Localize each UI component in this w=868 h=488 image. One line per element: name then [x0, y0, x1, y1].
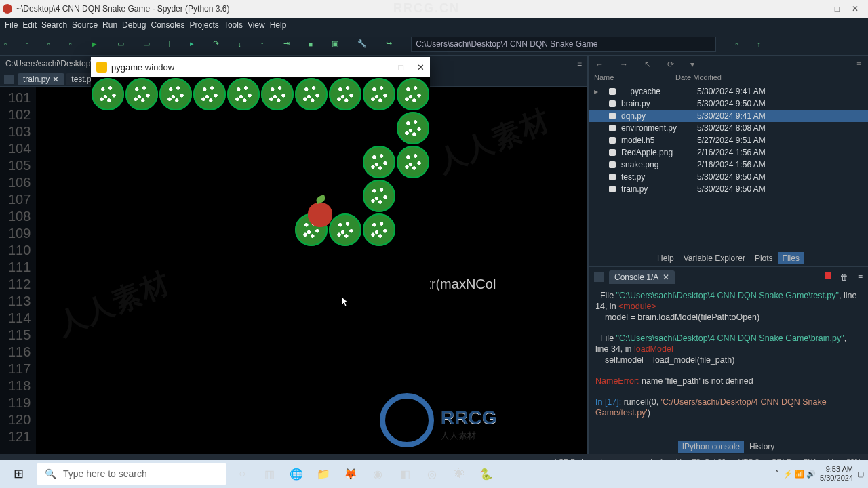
- pygame-close[interactable]: ✕: [417, 62, 425, 73]
- snake-segment: [397, 146, 429, 178]
- pygame-min[interactable]: —: [376, 62, 384, 73]
- file-row[interactable]: dqn.py5/30/2024 9:41 AM: [589, 110, 868, 122]
- line-number: 110: [8, 242, 31, 259]
- toolbar-runline-icon[interactable]: I: [169, 40, 171, 48]
- notifications-icon[interactable]: ▢: [857, 470, 864, 479]
- line-number: 116: [8, 344, 31, 361]
- line-number: 109: [8, 225, 31, 242]
- pane-tab-variable-explorer[interactable]: Variable Explorer: [679, 252, 749, 264]
- window-minimize[interactable]: —: [814, 4, 823, 14]
- snake-segment: [363, 146, 395, 178]
- snake-segment: [193, 78, 226, 110]
- file-icon: [609, 186, 616, 192]
- toolbar-save-icon[interactable]: ▫: [47, 40, 50, 48]
- fx-col-date[interactable]: Date Modified: [675, 73, 722, 85]
- pygame-title-text: pygame window: [111, 62, 174, 73]
- menu-run[interactable]: Run: [100, 20, 119, 30]
- menu-search[interactable]: Search: [39, 20, 69, 30]
- toolbar-browse-icon[interactable]: ▫: [735, 40, 738, 48]
- file-row[interactable]: ▸ __pycache__5/30/2024 9:41 AM: [589, 85, 868, 98]
- toolbar-run-icon[interactable]: ►: [91, 40, 98, 48]
- console-bottom-tab-history[interactable]: History: [745, 441, 778, 453]
- start-button[interactable]: ⊞: [4, 462, 33, 486]
- task-chrome-icon[interactable]: ◉: [366, 462, 389, 485]
- task-taskview-icon[interactable]: ▥: [258, 462, 281, 485]
- file-row[interactable]: snake.png2/16/2024 1:56 AM: [589, 159, 868, 171]
- console-output[interactable]: File "C:\Users\sachi\Desktop\4 CNN DQN S…: [589, 287, 868, 439]
- tab-close-icon[interactable]: ✕: [52, 75, 59, 84]
- fx-fwd-icon[interactable]: →: [620, 60, 628, 69]
- line-number: 102: [8, 106, 31, 123]
- console-tab-close[interactable]: ✕: [663, 272, 669, 282]
- menu-consoles[interactable]: Consoles: [149, 20, 186, 30]
- toolbar-maximize-icon[interactable]: ▣: [332, 39, 338, 48]
- fx-refresh-icon[interactable]: ⟳: [667, 60, 674, 69]
- pygame-max[interactable]: □: [398, 62, 403, 73]
- toolbar-path-icon[interactable]: ↪: [386, 39, 392, 48]
- window-close[interactable]: ✕: [852, 4, 859, 14]
- taskbar-clock[interactable]: 9:53 AM 5/30/2024: [820, 465, 853, 483]
- working-dir-input[interactable]: [411, 37, 716, 52]
- file-row[interactable]: train.py5/30/2024 9:50 AM: [589, 183, 868, 195]
- toolbar-open-icon[interactable]: ▫: [26, 40, 28, 48]
- snake-segment: [159, 78, 192, 110]
- line-number: 112: [8, 276, 31, 293]
- console-stop-icon[interactable]: [825, 272, 831, 279]
- toolbar-stepover-icon[interactable]: ↷: [213, 39, 219, 48]
- toolbar-stop-icon[interactable]: ■: [309, 40, 313, 48]
- task-edge-icon[interactable]: 🌐: [285, 462, 308, 485]
- file-row[interactable]: brain.py5/30/2024 9:50 AM: [589, 98, 868, 110]
- file-row[interactable]: RedApple.png2/16/2024 1:56 AM: [589, 146, 868, 159]
- menu-tools[interactable]: Tools: [222, 20, 245, 30]
- pane-tab-help[interactable]: Help: [653, 252, 678, 264]
- task-firefox-icon[interactable]: 🦊: [339, 462, 362, 485]
- file-row[interactable]: environment.py5/30/2024 8:08 AM: [589, 122, 868, 134]
- task-spyder-icon[interactable]: 🕷: [448, 462, 471, 485]
- toolbar-new-icon[interactable]: ▫: [4, 40, 7, 48]
- toolbar-stepout-icon[interactable]: ↑: [260, 40, 264, 48]
- fx-col-name[interactable]: Name: [594, 73, 675, 85]
- task-explorer-icon[interactable]: 📁: [312, 462, 335, 485]
- toolbar-runcelladv-icon[interactable]: ▭: [143, 39, 150, 48]
- fx-back-icon[interactable]: ←: [595, 60, 604, 69]
- toolbar-saveall-icon[interactable]: ▫: [69, 40, 72, 48]
- menu-view[interactable]: View: [245, 20, 267, 30]
- task-pygame-icon[interactable]: 🐍: [475, 462, 498, 485]
- line-number: 104: [8, 140, 31, 157]
- snake-segment: [329, 78, 361, 110]
- line-number: 105: [8, 157, 31, 174]
- menu-edit[interactable]: Edit: [20, 20, 39, 30]
- pane-tab-plots[interactable]: Plots: [751, 252, 777, 264]
- menu-source[interactable]: Source: [70, 20, 100, 30]
- console-clear-icon[interactable]: 🗑: [840, 272, 848, 282]
- toolbar-continue-icon[interactable]: ⇥: [283, 39, 290, 48]
- window-maximize[interactable]: □: [835, 4, 840, 14]
- console-bottom-tab-ipython-console[interactable]: IPython console: [678, 441, 744, 453]
- task-cortana-icon[interactable]: ○: [231, 462, 254, 485]
- fx-filter-icon[interactable]: ▾: [690, 60, 694, 69]
- fx-options-icon[interactable]: ≡: [856, 60, 861, 69]
- menu-projects[interactable]: Projects: [188, 20, 221, 30]
- toolbar-runcell-icon[interactable]: ▭: [117, 39, 124, 48]
- pane-tab-files[interactable]: Files: [778, 252, 804, 264]
- menu-debug[interactable]: Debug: [120, 20, 148, 30]
- menu-file[interactable]: File: [3, 20, 20, 30]
- task-anaconda-icon[interactable]: ◎: [420, 462, 443, 485]
- tray-chevron-up-icon[interactable]: ˄: [775, 470, 779, 479]
- console-options-icon[interactable]: ≡: [858, 272, 863, 282]
- toolbar-debug-icon[interactable]: ▸: [190, 39, 194, 48]
- toolbar-up-icon[interactable]: ↑: [757, 40, 761, 48]
- line-number: 118: [8, 378, 31, 394]
- file-row[interactable]: model.h55/27/2024 9:51 AM: [589, 134, 868, 146]
- tab-train-py[interactable]: train.py✕: [18, 73, 64, 85]
- toolbar-stepin-icon[interactable]: ↓: [238, 40, 242, 48]
- editor-options-icon[interactable]: ≡: [577, 59, 582, 68]
- file-row[interactable]: test.py5/30/2024 9:50 AM: [589, 171, 868, 183]
- fx-up-icon[interactable]: ↖: [644, 60, 651, 69]
- toolbar-wrench-icon[interactable]: 🔧: [357, 39, 367, 48]
- tab-console-1a[interactable]: Console 1/A ✕: [609, 270, 675, 284]
- pygame-window[interactable]: pygame window — □ ✕: [91, 57, 430, 416]
- task-vscode-icon[interactable]: ◧: [393, 462, 416, 485]
- taskbar-search[interactable]: 🔍 Type here to search: [37, 463, 226, 485]
- menu-help[interactable]: Help: [268, 20, 289, 30]
